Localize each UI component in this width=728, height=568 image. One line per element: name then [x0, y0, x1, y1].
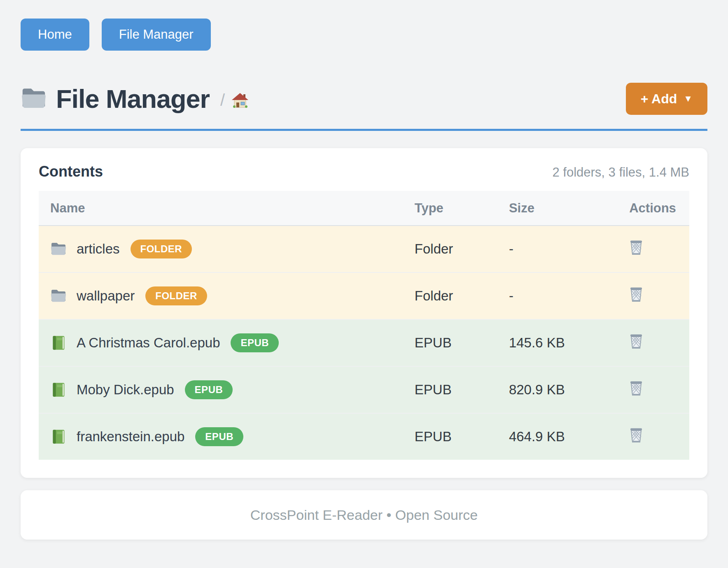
- add-button[interactable]: + Add ▼: [626, 83, 707, 115]
- file-name[interactable]: A Christmas Carol.epub: [77, 335, 220, 351]
- type-cell: Folder: [403, 272, 497, 319]
- table-row: frankenstein.epub EPUB EPUB 464.9 KB: [39, 413, 689, 460]
- home-nav-button[interactable]: Home: [21, 19, 89, 51]
- delete-button[interactable]: [629, 286, 643, 303]
- page-header: File Manager / + Add ▼: [21, 83, 707, 131]
- size-cell: -: [497, 226, 618, 272]
- size-cell: -: [497, 272, 618, 319]
- column-header-actions: Actions: [618, 191, 689, 226]
- book-icon: [50, 335, 67, 350]
- contents-summary: 2 folders, 3 files, 1.4 MB: [552, 165, 689, 180]
- delete-button[interactable]: [629, 240, 643, 256]
- file-manager-nav-button[interactable]: File Manager: [102, 19, 211, 51]
- breadcrumb: /: [220, 91, 225, 109]
- top-nav: Home File Manager: [21, 19, 707, 51]
- title-wrap: File Manager /: [21, 84, 249, 114]
- file-table: Name Type Size Actions articles FOLDER F…: [39, 191, 689, 460]
- page: Home File Manager File Manager / + Add ▼…: [21, 0, 707, 540]
- file-name[interactable]: wallpaper: [77, 288, 135, 304]
- table-row: wallpaper FOLDER Folder -: [39, 272, 689, 319]
- footer-card: CrossPoint E-Reader • Open Source: [21, 490, 707, 540]
- size-cell: 145.6 KB: [497, 319, 618, 366]
- type-badge: FOLDER: [145, 286, 207, 305]
- file-name[interactable]: Moby Dick.epub: [77, 382, 174, 398]
- footer-text: CrossPoint E-Reader • Open Source: [250, 507, 478, 523]
- type-badge: FOLDER: [131, 240, 192, 258]
- column-header-name: Name: [39, 191, 403, 226]
- file-name[interactable]: frankenstein.epub: [77, 429, 184, 445]
- size-cell: 464.9 KB: [497, 413, 618, 460]
- column-header-size: Size: [497, 191, 618, 226]
- contents-header: Contents 2 folders, 3 files, 1.4 MB: [39, 163, 689, 180]
- folder-icon: [21, 87, 47, 110]
- type-cell: Folder: [403, 226, 497, 272]
- folder-icon: [50, 242, 67, 256]
- file-name[interactable]: articles: [77, 241, 120, 257]
- contents-card: Contents 2 folders, 3 files, 1.4 MB Name…: [21, 148, 707, 478]
- delete-button[interactable]: [629, 333, 643, 350]
- house-icon[interactable]: [231, 92, 249, 109]
- folder-icon: [50, 289, 67, 303]
- trash-icon: [629, 286, 643, 303]
- trash-icon: [629, 333, 643, 350]
- trash-icon: [629, 427, 643, 444]
- type-badge: EPUB: [185, 380, 233, 399]
- table-header-row: Name Type Size Actions: [39, 191, 689, 226]
- delete-button[interactable]: [629, 380, 643, 397]
- contents-title: Contents: [39, 163, 103, 180]
- type-cell: EPUB: [403, 366, 497, 413]
- chevron-down-icon: ▼: [684, 93, 693, 104]
- type-cell: EPUB: [403, 413, 497, 460]
- delete-button[interactable]: [629, 427, 643, 444]
- table-row: articles FOLDER Folder -: [39, 226, 689, 272]
- type-cell: EPUB: [403, 319, 497, 366]
- trash-icon: [629, 240, 643, 256]
- column-header-type: Type: [403, 191, 497, 226]
- book-icon: [50, 429, 67, 444]
- size-cell: 820.9 KB: [497, 366, 618, 413]
- table-body: articles FOLDER Folder - wallpaper: [39, 226, 689, 460]
- book-icon: [50, 382, 67, 397]
- trash-icon: [629, 380, 643, 397]
- table-row: A Christmas Carol.epub EPUB EPUB 145.6 K…: [39, 319, 689, 366]
- table-row: Moby Dick.epub EPUB EPUB 820.9 KB: [39, 366, 689, 413]
- add-button-label: + Add: [641, 91, 677, 107]
- type-badge: EPUB: [195, 427, 243, 446]
- page-title: File Manager: [56, 84, 210, 114]
- type-badge: EPUB: [231, 333, 279, 352]
